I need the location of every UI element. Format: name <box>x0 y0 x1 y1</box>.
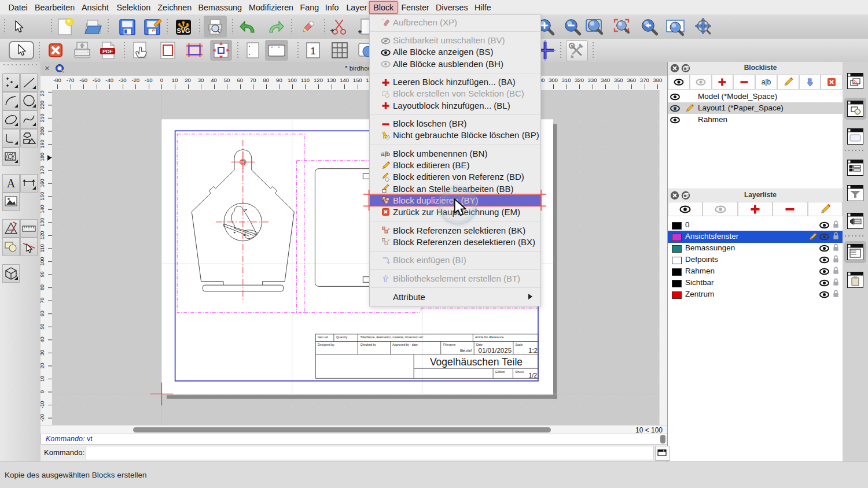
svg-text:230: 230 <box>41 90 45 96</box>
svg-text:1: 1 <box>311 46 316 56</box>
svg-text:50: 50 <box>41 324 45 330</box>
svg-text:01/01/2025: 01/01/2025 <box>479 347 512 354</box>
svg-text:130: 130 <box>41 218 45 227</box>
svg-text:Date: Date <box>476 343 483 346</box>
svg-text:PDF: PDF <box>102 49 113 54</box>
svg-text:Quantity: Quantity <box>336 335 348 339</box>
svg-text:10: 10 <box>41 376 45 382</box>
svg-text:Filename: Filename <box>443 343 455 346</box>
svg-text:40: 40 <box>41 337 45 342</box>
svg-text:SVG: SVG <box>176 27 190 34</box>
svg-text:70: 70 <box>41 298 45 304</box>
svg-text:-20: -20 <box>41 414 45 422</box>
svg-text:file.dxf: file.dxf <box>460 349 472 353</box>
svg-text:110: 110 <box>41 244 45 252</box>
svg-text:20: 20 <box>41 363 45 368</box>
svg-text:1/2: 1/2 <box>528 372 537 379</box>
svg-text:0: 0 <box>41 390 45 393</box>
svg-text:Edition: Edition <box>495 370 505 374</box>
svg-text:A: A <box>7 177 16 190</box>
svg-text:160: 160 <box>41 179 45 187</box>
svg-text:Approved by - date: Approved by - date <box>392 343 418 346</box>
svg-text:120: 120 <box>41 231 45 239</box>
svg-text:180: 180 <box>41 153 45 161</box>
svg-text:220: 220 <box>41 101 45 109</box>
svg-text:-10: -10 <box>41 401 45 408</box>
svg-text:140: 140 <box>41 205 45 213</box>
svg-text:80: 80 <box>41 284 45 290</box>
svg-text:Article No./Reference: Article No./Reference <box>475 335 503 339</box>
svg-text:Scale: Scale <box>516 343 523 346</box>
svg-text:90: 90 <box>41 271 45 277</box>
svg-text:190: 190 <box>41 140 45 149</box>
svg-text:Vogelhäuschen Teile: Vogelhäuschen Teile <box>430 356 523 368</box>
svg-text:Item ref: Item ref <box>318 335 328 339</box>
svg-text:170: 170 <box>41 166 45 175</box>
svg-text:200: 200 <box>41 127 45 135</box>
svg-text:100: 100 <box>41 257 45 265</box>
svg-text:30: 30 <box>41 350 45 356</box>
svg-text:150: 150 <box>41 192 45 201</box>
svg-text:Sheet: Sheet <box>516 370 524 374</box>
svg-text:210: 210 <box>41 113 45 122</box>
svg-text:Designed by: Designed by <box>318 343 334 346</box>
svg-text:Title/Name, destination, mater: Title/Name, destination, material, dimen… <box>361 335 424 339</box>
svg-text:60: 60 <box>41 310 45 316</box>
svg-text:Checked by: Checked by <box>361 343 377 346</box>
svg-text:1:2: 1:2 <box>528 347 538 354</box>
